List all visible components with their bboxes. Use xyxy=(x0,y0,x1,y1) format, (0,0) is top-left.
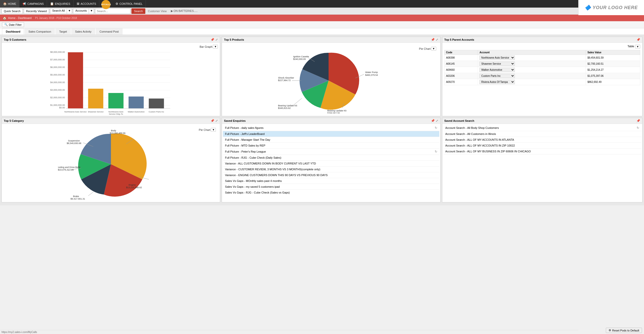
nav-control-panel[interactable]: ⚙ CONTROL PANEL xyxy=(112,0,146,8)
nav-campaigns[interactable]: 📢 CAMPAIGNS xyxy=(19,0,47,8)
svg-text:$10,282,489.96: $10,282,489.96 xyxy=(110,132,126,134)
svg-text:Shawnee Service: Shawnee Service xyxy=(88,111,104,113)
top5-parent-accounts-body: Table ▼ Code Account Sales Value A08398 xyxy=(442,43,642,87)
recently-viewed-button[interactable]: Recently Viewed xyxy=(24,8,49,14)
svg-text:$399,962.86: $399,962.86 xyxy=(327,112,340,113)
search-all-arrow[interactable]: ▼ xyxy=(67,8,72,14)
account-dropdown[interactable]: Riviera Autos Of Tampa xyxy=(479,80,515,84)
top5-category-pin-icon[interactable]: 📌 xyxy=(211,119,214,123)
nav-home[interactable]: 🏠 HOME xyxy=(0,0,19,8)
list-item[interactable]: Account Search - ALL OF MY BUSINESS IN Z… xyxy=(443,149,641,154)
top5-category-expand-icon[interactable]: ⤢ xyxy=(215,119,218,123)
account-name: Custom Parts Inc xyxy=(478,73,586,79)
saved-account-search-pin-icon[interactable]: 📌 xyxy=(636,119,640,123)
svg-text:$240,000.65: $240,000.65 xyxy=(293,58,306,60)
saved-account-search-body: Account Search - All Body Shop Customers… xyxy=(442,124,642,155)
top5-products-expand-icon[interactable]: ⤢ xyxy=(436,38,438,41)
tab-bar: Dashboard Sales Comparison Target Sales … xyxy=(0,28,644,35)
category-pie-svg: Body $10,282,489.96 Engine $13,215,988.6… xyxy=(58,126,164,200)
bar-chart-type-arrow[interactable]: ▼ xyxy=(213,45,218,49)
saved-enquiries-pin-icon[interactable]: 📌 xyxy=(431,119,435,123)
svg-text:Engine: Engine xyxy=(129,184,136,186)
svg-text:Bearing Update Kit: Bearing Update Kit xyxy=(327,109,347,112)
top5-customers-expand-icon[interactable]: ⤢ xyxy=(215,38,218,41)
nav-enquiries[interactable]: 📋 ENQUIRIES xyxy=(47,0,74,8)
account-value: $2,700,160.51 xyxy=(586,61,640,67)
svg-text:$13,215,988.62: $13,215,988.62 xyxy=(126,186,142,189)
account-search-label: Account Search - All Customers in Illino… xyxy=(445,132,496,135)
svg-text:$2,000,000.00: $2,000,000.00 xyxy=(50,96,65,99)
top5-category-title: Top 5 Category xyxy=(4,119,24,122)
list-item[interactable]: Sales Vs Gaps - RJG - Cube Check (Sales … xyxy=(223,190,439,195)
list-item[interactable]: Variance - ALL CUSTOMERS DOWN IN BODY CU… xyxy=(223,161,439,166)
account-dropdown[interactable]: Northtowne Auto Service xyxy=(479,56,515,60)
account-search-label: Account Search - ALL OF MY BUSINESS IN Z… xyxy=(445,150,531,153)
tab-target[interactable]: Target xyxy=(55,28,71,35)
list-item[interactable]: Variance - CUSTOMER REVIEW, 3 MONTHS VS … xyxy=(223,166,439,172)
on-batteries-link[interactable]: ▶ ON BATTERIES..... xyxy=(169,9,199,13)
bar-shawnee xyxy=(88,89,103,108)
list-item[interactable]: Full Picture - MTD Sales by REP xyxy=(223,143,439,149)
bar-northtowne-ship xyxy=(108,93,124,108)
search-input[interactable] xyxy=(95,8,130,14)
top5-parent-accounts-pin-icon[interactable]: 📌 xyxy=(636,38,640,41)
list-item[interactable]: Full Picture - daily sales figures ↻ xyxy=(223,125,439,131)
account-search-label: Account Search - ALL OF MY ACCOUNTS IN A… xyxy=(445,138,514,141)
logo-icon: 🔷 xyxy=(585,5,591,11)
account-name: Northtowne Auto Service xyxy=(478,55,586,61)
enquiry-label: Full Picture - RJG - Cube Check (Daily S… xyxy=(225,156,281,159)
list-item[interactable]: Full Picture - RJG - Cube Check (Daily S… xyxy=(223,155,439,161)
home-icon: 🏠 xyxy=(3,2,7,6)
list-item[interactable]: Sales Vs Gaps - MOnthly sales past 4 mon… xyxy=(223,178,439,184)
tab-sales-activity[interactable]: Sales Activity xyxy=(71,28,95,35)
refresh-icon: ↻ xyxy=(637,126,639,130)
accounts-arrow[interactable]: ▼ xyxy=(89,8,94,14)
account-search-label: Account Search - All Body Shop Customers xyxy=(445,126,499,129)
account-code: A09270 xyxy=(444,79,478,85)
list-item[interactable]: Account Search - ALL OF MY ACCOUNTS IN Z… xyxy=(443,143,641,149)
accounts-label: Accounts xyxy=(73,8,89,14)
saved-account-search-widget: Saved Account Search 📌 Account Search - … xyxy=(442,118,642,202)
control-panel-icon: ⚙ xyxy=(116,2,118,6)
top5-category-body: Pie Chart ▼ Body xyxy=(2,124,220,202)
category-chart-type-arrow[interactable]: ▼ xyxy=(211,128,216,132)
list-item[interactable]: Account Search - All Body Shop Customers… xyxy=(443,125,641,131)
tab-sales-comparison[interactable]: Sales Comparison xyxy=(25,28,55,35)
quick-search-button[interactable]: Quick Search xyxy=(2,8,23,14)
list-item[interactable]: Full Picture - Manager Start The Day xyxy=(223,137,439,143)
tab-dashboard[interactable]: Dashboard xyxy=(2,28,24,35)
date-filter-button[interactable]: 🔍 Date Filter xyxy=(2,22,24,27)
top5-products-body: Pie Chart ▼ xyxy=(222,43,440,116)
account-value: $862,692.49 xyxy=(586,79,640,85)
account-dropdown[interactable]: Custom Parts Inc xyxy=(479,74,515,78)
tab-command-post[interactable]: Command Post xyxy=(96,28,123,35)
list-item[interactable]: Account Search - ALL OF MY ACCOUNTS IN A… xyxy=(443,137,641,143)
refresh-icon: ↻ xyxy=(435,150,437,153)
accounts-dropdown: Accounts ▼ xyxy=(73,8,94,14)
enquiry-label: Variance - CUSTOMER REVIEW, 3 MONTHS VS … xyxy=(225,168,320,171)
list-item[interactable]: Variance - ENGINE CUSTOMERS DOWN THIS 90… xyxy=(223,172,439,178)
nav-mycalls[interactable]: MYCALLS xyxy=(99,0,112,8)
svg-text:$6,000,000.00: $6,000,000.00 xyxy=(50,66,65,68)
logo-area: 🔷 YOUR LOGO HERE xyxy=(578,0,644,15)
list-item[interactable]: Full Picture - Peter's Rep League ↻ xyxy=(223,149,439,155)
svg-text:$4,000,000.00: $4,000,000.00 xyxy=(50,81,65,84)
account-dropdown[interactable]: Walker Automotive xyxy=(479,68,515,72)
list-item[interactable]: Full Picture - Jeff's LeaderBoard xyxy=(223,131,439,137)
top5-products-pin-icon[interactable]: 📌 xyxy=(431,38,435,41)
account-dropdown[interactable]: Shawnee Service xyxy=(479,62,515,66)
enquiry-label: Variance - ALL CUSTOMERS DOWN IN BODY CU… xyxy=(225,162,316,165)
saved-enquiries-expand-icon[interactable]: ⤢ xyxy=(436,119,438,123)
pie-chart-type-arrow[interactable]: ▼ xyxy=(431,47,436,51)
account-search-label: Account Search - ALL OF MY ACCOUNTS IN Z… xyxy=(445,144,515,147)
list-item[interactable]: Account Search - All Customers in Illino… xyxy=(443,131,641,137)
table-chart-type-arrow[interactable]: ▼ xyxy=(635,45,640,49)
nav-accounts[interactable]: 🏛 ACCOUNTS xyxy=(74,0,100,8)
svg-text:$10,076,317.06: $10,076,317.06 xyxy=(58,169,74,171)
top5-customers-pin-icon[interactable]: 📌 xyxy=(211,38,214,41)
account-value: $1,254,214.27 xyxy=(586,67,640,73)
list-item[interactable]: Sales Vs Gaps - my saved 5 customers ipa… xyxy=(223,184,439,190)
saved-account-search-icons: 📌 xyxy=(636,119,640,123)
customer-view-link[interactable]: Customer View xyxy=(146,10,168,13)
search-button[interactable]: Search xyxy=(131,8,145,14)
